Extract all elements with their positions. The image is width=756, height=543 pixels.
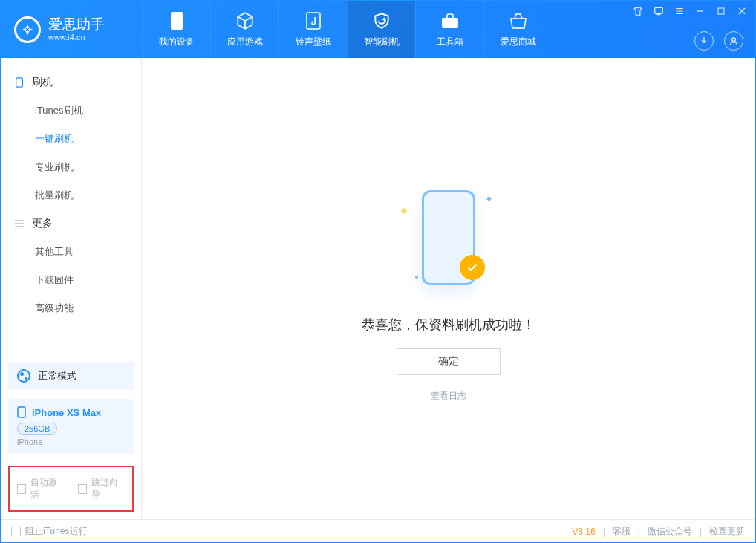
- tab-label: 爱思商城: [501, 36, 536, 48]
- cube-icon: [235, 10, 255, 31]
- tab-apps-games[interactable]: 应用游戏: [210, 1, 278, 58]
- footer-right: V8.16 | 客服 | 微信公众号 | 检查更新: [572, 525, 745, 538]
- sidebar-item-download-firmware[interactable]: 下载固件: [1, 266, 141, 294]
- tab-ringtones-wallpaper[interactable]: 铃声壁纸: [278, 1, 347, 58]
- refresh-shield-icon: [371, 10, 392, 31]
- sidebar-item-batch-flash[interactable]: 批量刷机: [1, 181, 141, 209]
- success-message: 恭喜您，保资料刷机成功啦！: [362, 316, 535, 334]
- music-file-icon: [303, 10, 324, 31]
- tab-label: 我的设备: [159, 36, 195, 48]
- success-illustration: [385, 175, 512, 301]
- sidebar: 刷机 iTunes刷机 一键刷机 专业刷机 批量刷机 更多 其他工具 下载固件 …: [1, 58, 142, 519]
- footer: 阻止iTunes运行 V8.16 | 客服 | 微信公众号 | 检查更新: [1, 519, 755, 543]
- checkbox-icon: [78, 484, 87, 494]
- device-info-box[interactable]: iPhone XS Max 256GB iPhone: [8, 399, 134, 454]
- maximize-icon[interactable]: [715, 5, 727, 17]
- divider: |: [603, 527, 605, 537]
- body: 刷机 iTunes刷机 一键刷机 专业刷机 批量刷机 更多 其他工具 下载固件 …: [1, 58, 755, 519]
- footer-link-support[interactable]: 客服: [613, 525, 630, 538]
- version-label: V8.16: [572, 527, 595, 537]
- app-title: 爱思助手 www.i4.cn: [48, 17, 105, 42]
- logo-icon: [14, 16, 41, 43]
- checkbox-icon: [17, 484, 26, 494]
- app-name-zh: 爱思助手: [48, 17, 105, 33]
- sidebar-group-flash: 刷机: [1, 68, 141, 97]
- checkbox-label: 自动激活: [30, 476, 64, 501]
- device-icon: [166, 10, 187, 31]
- close-icon[interactable]: [736, 5, 748, 17]
- menu-icon[interactable]: [674, 5, 685, 17]
- svg-rect-7: [18, 407, 25, 417]
- svg-rect-4: [718, 8, 724, 14]
- divider: |: [700, 527, 702, 537]
- checkbox-label: 阻止iTunes运行: [25, 525, 88, 538]
- view-log-link[interactable]: 查看日志: [431, 390, 466, 403]
- sparkle-icon: [401, 208, 407, 214]
- main-content: 恭喜您，保资料刷机成功啦！ 确定 查看日志: [142, 58, 755, 519]
- app-name-en: www.i4.cn: [48, 33, 105, 42]
- tab-label: 智能刷机: [364, 36, 400, 48]
- phone-icon: [14, 77, 25, 88]
- list-icon: [14, 218, 25, 229]
- footer-link-update[interactable]: 检查更新: [709, 525, 745, 538]
- checkbox-auto-activate[interactable]: 自动激活: [17, 476, 65, 501]
- svg-rect-6: [16, 78, 23, 87]
- shop-icon: [508, 10, 529, 31]
- minimize-icon[interactable]: [694, 5, 706, 17]
- sparkle-icon: [415, 276, 418, 279]
- divider: |: [638, 527, 640, 537]
- svg-rect-0: [171, 12, 183, 30]
- checkbox-block-itunes[interactable]: 阻止iTunes运行: [11, 525, 88, 538]
- window-controls: [632, 5, 748, 17]
- toolbox-icon: [440, 10, 460, 31]
- phone-small-icon: [17, 406, 26, 418]
- sidebar-item-pro-flash[interactable]: 专业刷机: [1, 153, 141, 181]
- tab-label: 应用游戏: [227, 36, 263, 48]
- check-badge-icon: [460, 255, 485, 280]
- sidebar-group-more: 更多: [1, 209, 141, 238]
- logo-block: 爱思助手 www.i4.cn: [1, 1, 142, 58]
- sidebar-item-other-tools[interactable]: 其他工具: [1, 238, 141, 266]
- checkbox-icon: [11, 527, 21, 536]
- tab-label: 铃声壁纸: [296, 36, 331, 48]
- footer-link-wechat[interactable]: 微信公众号: [648, 525, 692, 538]
- svg-rect-3: [655, 7, 663, 13]
- svg-rect-2: [442, 18, 458, 28]
- checkbox-label: 跳过向导: [91, 476, 125, 501]
- sparkle-icon: [486, 196, 492, 201]
- header: 爱思助手 www.i4.cn 我的设备 应用游戏 铃声壁纸 智能刷机 工具箱 爱…: [1, 1, 755, 58]
- svg-point-5: [732, 38, 736, 42]
- sidebar-item-itunes-flash[interactable]: iTunes刷机: [1, 97, 141, 125]
- options-highlight-box: 自动激活 跳过向导: [8, 466, 134, 512]
- tab-smart-flash[interactable]: 智能刷机: [347, 1, 415, 58]
- svg-rect-1: [307, 13, 320, 29]
- user-icon[interactable]: [724, 31, 743, 51]
- device-mode-box[interactable]: 正常模式: [8, 362, 134, 390]
- header-action-icons: [632, 31, 748, 51]
- device-type-label: iPhone: [17, 438, 125, 446]
- group-title-label: 更多: [32, 217, 53, 230]
- shirt-icon[interactable]: [632, 5, 644, 17]
- device-name-label: iPhone XS Max: [32, 407, 101, 418]
- group-title-label: 刷机: [32, 76, 53, 89]
- feedback-icon[interactable]: [653, 5, 665, 17]
- tab-label: 工具箱: [437, 36, 463, 48]
- device-name-row: iPhone XS Max: [17, 406, 125, 418]
- device-storage-chip: 256GB: [17, 423, 57, 435]
- sidebar-item-oneclick-flash[interactable]: 一键刷机: [1, 125, 141, 153]
- mode-icon: [17, 369, 30, 383]
- download-icon[interactable]: [694, 31, 714, 51]
- ok-button[interactable]: 确定: [397, 348, 501, 375]
- tab-my-device[interactable]: 我的设备: [142, 1, 210, 58]
- tab-mall[interactable]: 爱思商城: [483, 1, 552, 58]
- top-tabs: 我的设备 应用游戏 铃声壁纸 智能刷机 工具箱 爱思商城: [142, 1, 552, 58]
- tab-toolbox[interactable]: 工具箱: [415, 1, 483, 58]
- sidebar-item-advanced[interactable]: 高级功能: [1, 294, 141, 322]
- device-mode-label: 正常模式: [38, 369, 76, 383]
- header-right: [632, 1, 755, 58]
- checkbox-skip-guide[interactable]: 跳过向导: [78, 476, 126, 501]
